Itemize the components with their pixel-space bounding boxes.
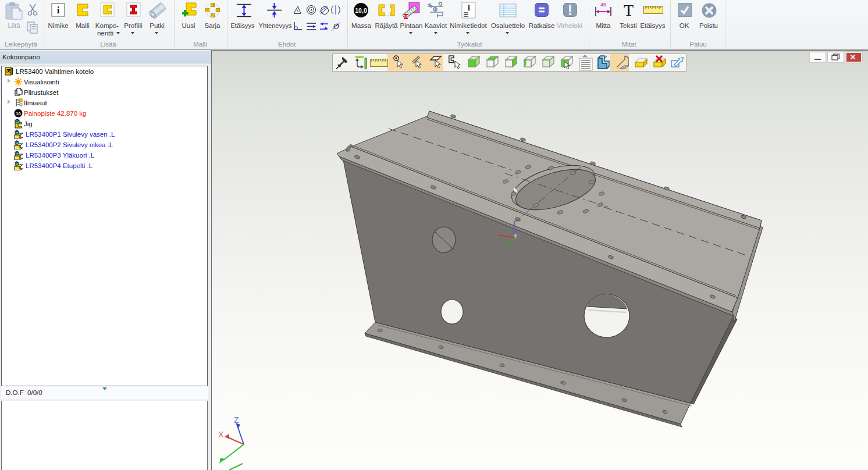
svg-text:T: T (624, 3, 634, 17)
svg-text:Z: Z (234, 415, 239, 425)
svg-text:10,0: 10,0 (355, 7, 367, 14)
svg-text:45: 45 (600, 2, 606, 8)
svg-text:i: i (57, 5, 60, 16)
svg-text:i: i (468, 3, 470, 12)
svg-text:X: X (218, 430, 224, 439)
svg-text:10: 10 (16, 111, 20, 116)
